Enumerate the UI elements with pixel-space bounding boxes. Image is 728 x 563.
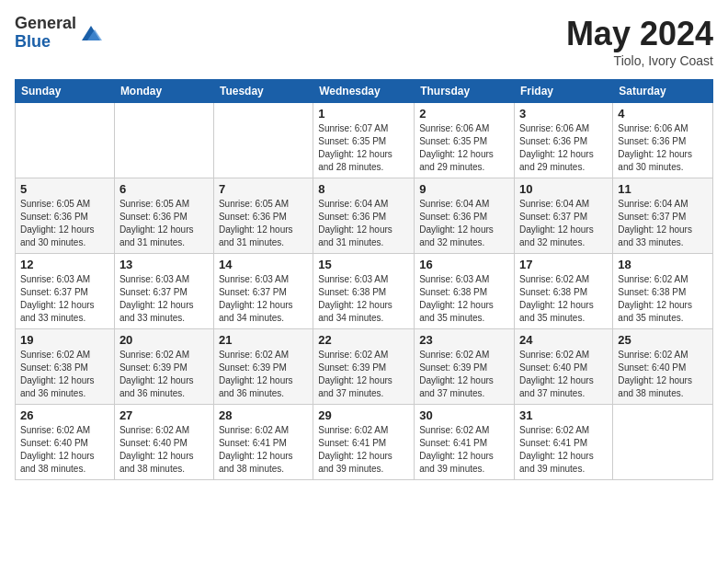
day-detail: Sunrise: 6:02 AM Sunset: 6:39 PM Dayligh… [119,349,209,400]
day-detail: Sunrise: 6:05 AM Sunset: 6:36 PM Dayligh… [219,198,308,249]
calendar-day-cell: 9Sunrise: 6:04 AM Sunset: 6:36 PM Daylig… [415,178,515,254]
day-detail: Sunrise: 6:02 AM Sunset: 6:39 PM Dayligh… [419,349,509,400]
day-number: 27 [119,408,209,422]
day-number: 12 [20,258,109,271]
calendar-day-cell: 25Sunrise: 6:02 AM Sunset: 6:40 PM Dayli… [613,329,713,405]
day-detail: Sunrise: 6:02 AM Sunset: 6:38 PM Dayligh… [618,273,708,325]
calendar-day-cell: 5Sunrise: 6:05 AM Sunset: 6:36 PM Daylig… [16,178,115,254]
day-number: 14 [219,258,308,271]
day-detail: Sunrise: 6:02 AM Sunset: 6:41 PM Dayligh… [419,424,509,476]
day-detail: Sunrise: 6:03 AM Sunset: 6:37 PM Dayligh… [119,273,209,325]
day-number: 21 [219,333,308,347]
day-number: 23 [419,333,509,347]
day-detail: Sunrise: 6:02 AM Sunset: 6:38 PM Dayligh… [519,273,608,325]
title-block: May 2024 Tiolo, Ivory Coast [566,15,713,68]
day-number: 13 [119,258,209,271]
calendar-day-cell: 21Sunrise: 6:02 AM Sunset: 6:39 PM Dayli… [213,329,313,405]
day-number: 10 [519,182,608,196]
day-number: 16 [419,258,509,271]
calendar-day-cell: 6Sunrise: 6:05 AM Sunset: 6:36 PM Daylig… [114,178,213,254]
day-of-week-header: Monday [114,80,213,103]
day-detail: Sunrise: 6:05 AM Sunset: 6:36 PM Dayligh… [20,198,109,249]
day-detail: Sunrise: 6:02 AM Sunset: 6:39 PM Dayligh… [318,349,409,400]
calendar-header-row: SundayMondayTuesdayWednesdayThursdayFrid… [16,80,713,103]
day-detail: Sunrise: 6:06 AM Sunset: 6:35 PM Dayligh… [419,122,509,174]
calendar-day-cell: 14Sunrise: 6:03 AM Sunset: 6:37 PM Dayli… [213,254,313,329]
calendar-day-cell: 1Sunrise: 6:07 AM Sunset: 6:35 PM Daylig… [313,103,415,178]
day-number: 15 [318,258,409,271]
day-number: 3 [519,107,608,121]
calendar-week-row: 26Sunrise: 6:02 AM Sunset: 6:40 PM Dayli… [16,405,713,480]
logo: General Blue [15,15,104,52]
calendar-day-cell: 16Sunrise: 6:03 AM Sunset: 6:38 PM Dayli… [415,254,515,329]
day-detail: Sunrise: 6:02 AM Sunset: 6:38 PM Dayligh… [20,349,109,400]
day-number: 7 [219,182,308,196]
day-number: 1 [318,107,409,121]
day-of-week-header: Thursday [415,80,515,103]
calendar-day-cell: 27Sunrise: 6:02 AM Sunset: 6:40 PM Dayli… [114,405,213,480]
day-detail: Sunrise: 6:03 AM Sunset: 6:38 PM Dayligh… [318,273,409,325]
calendar-day-cell: 2Sunrise: 6:06 AM Sunset: 6:35 PM Daylig… [415,103,515,178]
day-detail: Sunrise: 6:06 AM Sunset: 6:36 PM Dayligh… [618,122,708,174]
day-detail: Sunrise: 6:04 AM Sunset: 6:37 PM Dayligh… [618,198,708,249]
calendar-day-cell [613,405,713,480]
day-detail: Sunrise: 6:02 AM Sunset: 6:41 PM Dayligh… [219,424,308,476]
day-number: 31 [519,408,608,422]
day-number: 5 [20,182,109,196]
calendar-week-row: 19Sunrise: 6:02 AM Sunset: 6:38 PM Dayli… [16,329,713,405]
day-of-week-header: Friday [515,80,613,103]
day-detail: Sunrise: 6:02 AM Sunset: 6:40 PM Dayligh… [618,349,708,400]
day-of-week-header: Saturday [613,80,713,103]
day-number: 8 [318,182,409,196]
calendar-day-cell: 20Sunrise: 6:02 AM Sunset: 6:39 PM Dayli… [114,329,213,405]
calendar-day-cell: 29Sunrise: 6:02 AM Sunset: 6:41 PM Dayli… [313,405,415,480]
calendar-day-cell: 8Sunrise: 6:04 AM Sunset: 6:36 PM Daylig… [313,178,415,254]
day-number: 9 [419,182,509,196]
day-detail: Sunrise: 6:05 AM Sunset: 6:36 PM Dayligh… [119,198,209,249]
day-number: 26 [20,408,109,422]
calendar-week-row: 1Sunrise: 6:07 AM Sunset: 6:35 PM Daylig… [16,103,713,178]
calendar-day-cell: 24Sunrise: 6:02 AM Sunset: 6:40 PM Dayli… [515,329,613,405]
calendar-day-cell [16,103,115,178]
day-of-week-header: Tuesday [213,80,313,103]
calendar-day-cell: 13Sunrise: 6:03 AM Sunset: 6:37 PM Dayli… [114,254,213,329]
calendar-day-cell: 3Sunrise: 6:06 AM Sunset: 6:36 PM Daylig… [515,103,613,178]
location-subtitle: Tiolo, Ivory Coast [566,53,713,68]
day-number: 25 [618,333,708,347]
logo-blue-text: Blue [15,33,76,52]
day-number: 24 [519,333,608,347]
calendar-day-cell: 10Sunrise: 6:04 AM Sunset: 6:37 PM Dayli… [515,178,613,254]
day-number: 29 [318,408,409,422]
calendar-day-cell [213,103,313,178]
calendar-day-cell: 11Sunrise: 6:04 AM Sunset: 6:37 PM Dayli… [613,178,713,254]
calendar-day-cell [114,103,213,178]
day-number: 17 [519,258,608,271]
day-detail: Sunrise: 6:02 AM Sunset: 6:40 PM Dayligh… [519,349,608,400]
day-detail: Sunrise: 6:04 AM Sunset: 6:36 PM Dayligh… [419,198,509,249]
month-year-title: May 2024 [566,15,713,53]
day-detail: Sunrise: 6:02 AM Sunset: 6:40 PM Dayligh… [119,424,209,476]
calendar-table: SundayMondayTuesdayWednesdayThursdayFrid… [15,79,713,480]
calendar-day-cell: 28Sunrise: 6:02 AM Sunset: 6:41 PM Dayli… [213,405,313,480]
day-number: 20 [119,333,209,347]
logo-general-text: General [15,15,76,33]
calendar-day-cell: 31Sunrise: 6:02 AM Sunset: 6:41 PM Dayli… [515,405,613,480]
day-detail: Sunrise: 6:04 AM Sunset: 6:37 PM Dayligh… [519,198,608,249]
day-number: 28 [219,408,308,422]
calendar-day-cell: 22Sunrise: 6:02 AM Sunset: 6:39 PM Dayli… [313,329,415,405]
day-number: 2 [419,107,509,121]
day-number: 18 [618,258,708,271]
day-detail: Sunrise: 6:02 AM Sunset: 6:39 PM Dayligh… [219,349,308,400]
day-number: 4 [618,107,708,121]
day-detail: Sunrise: 6:03 AM Sunset: 6:38 PM Dayligh… [419,273,509,325]
day-number: 11 [618,182,708,196]
calendar-day-cell: 26Sunrise: 6:02 AM Sunset: 6:40 PM Dayli… [16,405,115,480]
calendar-week-row: 12Sunrise: 6:03 AM Sunset: 6:37 PM Dayli… [16,254,713,329]
calendar-day-cell: 15Sunrise: 6:03 AM Sunset: 6:38 PM Dayli… [313,254,415,329]
day-detail: Sunrise: 6:07 AM Sunset: 6:35 PM Dayligh… [318,122,409,174]
day-detail: Sunrise: 6:03 AM Sunset: 6:37 PM Dayligh… [219,273,308,325]
day-number: 30 [419,408,509,422]
day-detail: Sunrise: 6:02 AM Sunset: 6:41 PM Dayligh… [519,424,608,476]
day-of-week-header: Sunday [16,80,115,103]
day-number: 19 [20,333,109,347]
